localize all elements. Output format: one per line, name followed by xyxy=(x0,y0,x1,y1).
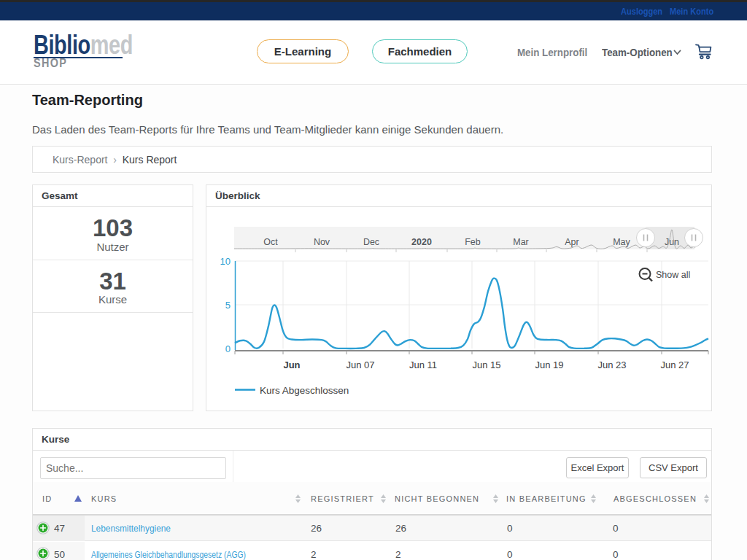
svg-text:Jun 11: Jun 11 xyxy=(409,359,437,370)
svg-text:5: 5 xyxy=(225,300,231,311)
svg-text:Jun 27: Jun 27 xyxy=(660,359,689,370)
svg-text:10: 10 xyxy=(220,256,231,267)
svg-text:Jun 15: Jun 15 xyxy=(472,359,500,370)
svg-text:2020: 2020 xyxy=(411,237,432,247)
svg-text:Jun 07: Jun 07 xyxy=(346,359,374,370)
svg-text:Show all: Show all xyxy=(656,270,690,280)
svg-text:Jun: Jun xyxy=(665,237,679,247)
svg-text:May: May xyxy=(613,237,630,247)
svg-text:Feb: Feb xyxy=(465,237,481,247)
svg-text:Dec: Dec xyxy=(363,237,379,247)
svg-text:Mar: Mar xyxy=(513,237,529,247)
svg-text:0: 0 xyxy=(225,343,231,354)
svg-text:Jun 19: Jun 19 xyxy=(535,359,563,370)
svg-text:Oct: Oct xyxy=(263,237,278,247)
svg-text:Kurs Abgeschlossen: Kurs Abgeschlossen xyxy=(260,385,349,396)
svg-text:Jun: Jun xyxy=(283,359,300,370)
svg-text:Nov: Nov xyxy=(314,237,330,247)
svg-text:Jun 23: Jun 23 xyxy=(597,359,626,370)
